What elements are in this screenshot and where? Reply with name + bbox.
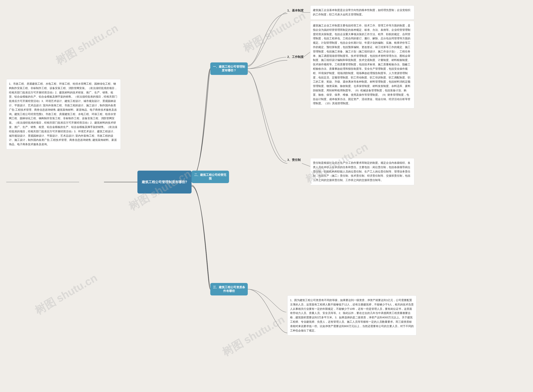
watermark-5: 树图 shutu.cn xyxy=(32,271,100,318)
watermark-6: 树图 shutu.cn xyxy=(220,312,287,360)
branch-node-1: 一、建筑工程公司管理制度有哪些？ xyxy=(210,62,248,75)
branch-node-2: 二、建筑工程公司经营范围 xyxy=(192,171,229,183)
sub-label-responsibility: 3、责任制 xyxy=(287,158,301,162)
branch-1-label: 一、建筑工程公司管理制度有哪些？ xyxy=(212,65,246,72)
content-basic-system: 建筑施工企业基本制度是企业带方向性的根本性制度，如经理负责制；企业党组织的工作制… xyxy=(310,5,414,19)
branch-3-label: 三、建筑工程公司资质条件有哪些 xyxy=(212,285,246,293)
sub-label-work: 2、工作制度 xyxy=(287,55,304,59)
content-qualification-text: 1、因为建筑工程公司资质有不同的等级，如果要达到一级资质，净资产就要达到1亿元，… xyxy=(290,299,414,332)
content-responsibility-text: 责任制是根据社会化大生产分工协作要求而制定的制度。规定企业内各级组织、各类人员在… xyxy=(313,161,410,182)
sub-label-basic: 1、基本制度 xyxy=(287,9,304,13)
watermark-2: 树图 shutu.cn xyxy=(241,9,308,56)
content-work-text: 建筑施工企业工作制度主要包括经营工作、技术工作、管理工作等方面的制度，是指企业为… xyxy=(313,24,410,105)
content-qualification: 1、因为建筑工程公司资质有不同的等级，如果要达到一级资质，净资产就要达到1亿元，… xyxy=(287,295,416,335)
branch-2-label: 二、建筑工程公司经营范围 xyxy=(193,173,227,181)
center-node: 建筑工程公司管理制度有哪些? xyxy=(137,171,192,193)
content-responsibility: 责任制是根据社会化大生产分工协作要求而制定的制度。规定企业内各级组织、各类人员在… xyxy=(310,158,414,185)
svg-line-5 xyxy=(302,163,310,166)
content-business-scope: 1、市政工程、房屋建筑工程、水电工程、环保工程、给排水管网工程、园林绿化工程、钢… xyxy=(6,79,121,149)
branch-node-3: 三、建筑工程公司资质条件有哪些 xyxy=(210,283,248,295)
watermark-1: 树图 shutu.cn xyxy=(53,21,121,68)
center-node-text: 建筑工程公司管理制度有哪些? xyxy=(142,180,187,184)
content-basic-text: 建筑施工企业基本制度是企业带方向性的根本性制度，如经理负责制；企业党组织的工作制… xyxy=(313,9,410,16)
content-business-text: 1、市政工程、房屋建筑工程、水电工程、环保工程、给排水管网工程、园林绿化工程、钢… xyxy=(9,82,117,146)
content-work-system: 建筑施工企业工作制度主要包括经营工作、技术工作、管理工作等方面的制度，是指企业为… xyxy=(310,21,414,108)
